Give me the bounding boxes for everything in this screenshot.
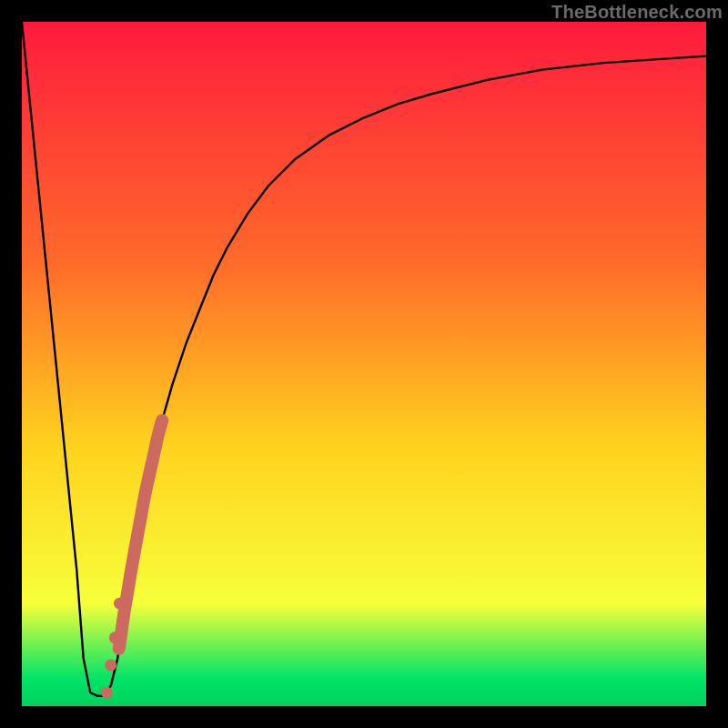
highlight-dot	[114, 598, 126, 610]
chart-frame: TheBottleneck.com	[0, 0, 728, 728]
watermark-text: TheBottleneck.com	[551, 2, 723, 23]
plot-area	[22, 22, 706, 706]
bottleneck-chart	[22, 22, 706, 706]
highlight-dot	[101, 687, 113, 699]
highlight-dot	[109, 632, 121, 643]
highlight-dot	[105, 659, 116, 671]
